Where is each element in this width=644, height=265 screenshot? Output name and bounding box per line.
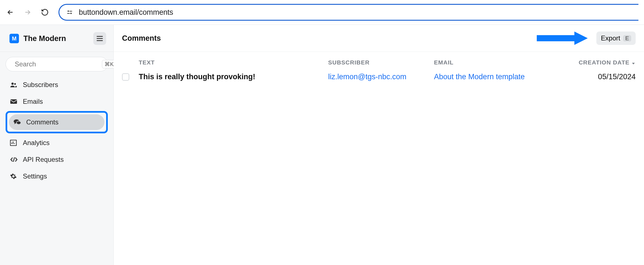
- sidebar-nav: Subscribers Emails Comments: [0, 74, 113, 187]
- search-field[interactable]: [15, 60, 98, 68]
- sidebar-item-comments[interactable]: Comments: [9, 114, 104, 130]
- annotation-arrow-icon: [535, 30, 588, 47]
- svg-point-10: [14, 83, 16, 85]
- page-title: Comments: [122, 34, 161, 43]
- browser-toolbar: buttondown.email/comments: [0, 0, 644, 25]
- sidebar-item-label: Analytics: [23, 139, 50, 147]
- svg-rect-1: [69, 11, 72, 11]
- sidebar-item-label: API Requests: [23, 156, 64, 163]
- reload-icon: [41, 8, 49, 16]
- svg-point-2: [70, 13, 72, 14]
- svg-point-9: [11, 83, 14, 85]
- hamburger-icon: [96, 35, 103, 42]
- users-icon: [10, 82, 18, 88]
- gear-icon: [10, 173, 18, 180]
- column-creation-date[interactable]: CREATION DATE: [570, 59, 636, 66]
- cell-email-link[interactable]: About the Modern template: [434, 73, 570, 81]
- sidebar-item-label: Emails: [23, 98, 43, 105]
- row-checkbox[interactable]: [122, 73, 129, 81]
- svg-rect-11: [10, 99, 17, 104]
- svg-rect-3: [67, 13, 70, 14]
- forward-button[interactable]: [23, 8, 32, 17]
- svg-point-0: [68, 11, 69, 12]
- sidebar-item-label: Subscribers: [23, 81, 58, 89]
- envelope-icon: [10, 99, 18, 104]
- chart-icon: [10, 140, 18, 146]
- url-text: buttondown.email/comments: [79, 8, 173, 17]
- brand-name: The Modern: [23, 34, 66, 43]
- svg-line-18: [13, 157, 14, 162]
- brand[interactable]: M The Modern: [9, 34, 66, 43]
- arrow-left-icon: [6, 8, 14, 16]
- svg-point-13: [16, 121, 21, 124]
- sidebar-item-emails[interactable]: Emails: [6, 94, 108, 109]
- reload-button[interactable]: [40, 8, 50, 17]
- sidebar-header: M The Modern: [0, 25, 113, 52]
- sidebar-item-settings[interactable]: Settings: [6, 168, 108, 184]
- url-bar[interactable]: buttondown.email/comments: [58, 4, 638, 21]
- export-shortcut: E: [623, 35, 631, 42]
- column-subscriber[interactable]: SUBSCRIBER: [328, 59, 434, 66]
- column-email[interactable]: EMAIL: [434, 59, 570, 66]
- sort-desc-icon: [631, 60, 636, 65]
- browser-nav: [6, 8, 50, 17]
- menu-toggle-button[interactable]: [93, 32, 106, 45]
- sidebar-item-api-requests[interactable]: API Requests: [6, 152, 108, 167]
- sidebar-item-label: Comments: [26, 118, 58, 126]
- cell-text: This is really thought provoking!: [139, 73, 328, 81]
- code-icon: [10, 157, 18, 162]
- comments-table: TEXT SUBSCRIBER EMAIL CREATION DATE This…: [114, 52, 644, 86]
- main-content: Comments Export E TEXT SUBSCRIBER EMAIL …: [114, 25, 644, 265]
- table-header: TEXT SUBSCRIBER EMAIL CREATION DATE: [122, 52, 636, 71]
- comments-icon: [13, 119, 21, 126]
- annotation-highlight: Comments: [6, 111, 108, 133]
- column-text[interactable]: TEXT: [139, 59, 328, 66]
- cell-date: 05/15/2024: [570, 73, 636, 81]
- sidebar-item-label: Settings: [23, 172, 47, 180]
- brand-logo: M: [9, 34, 19, 43]
- cell-subscriber-link[interactable]: liz.lemon@tgs-nbc.com: [328, 73, 434, 81]
- search-input[interactable]: ⌘K: [6, 57, 108, 71]
- export-label: Export: [601, 34, 620, 42]
- arrow-right-icon: [24, 8, 31, 16]
- sidebar: M The Modern ⌘K Subscribers: [0, 25, 114, 265]
- table-row[interactable]: This is really thought provoking! liz.le…: [122, 71, 636, 86]
- sidebar-item-subscribers[interactable]: Subscribers: [6, 77, 108, 93]
- page-header: Comments Export E: [114, 25, 644, 52]
- export-button[interactable]: Export E: [596, 32, 636, 45]
- back-button[interactable]: [6, 8, 15, 17]
- sidebar-item-analytics[interactable]: Analytics: [6, 135, 108, 151]
- site-settings-icon[interactable]: [66, 9, 73, 16]
